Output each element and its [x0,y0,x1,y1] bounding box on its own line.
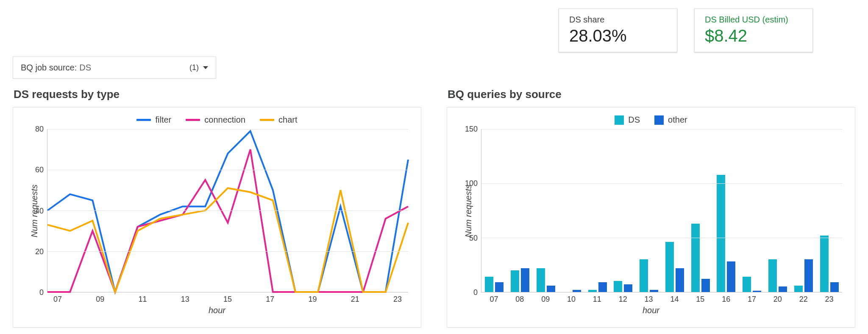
bar-other [521,268,529,292]
line-series-filter [47,131,408,292]
y-tick: 50 [469,233,478,242]
y-tick: 40 [35,206,44,215]
bar-other [650,290,658,292]
x-tick: 21 [345,295,366,304]
chart-legend: DS other [460,115,842,125]
y-tick: 60 [35,166,44,174]
x-axis-label: hour [460,306,842,315]
kpi-label: DS share [569,15,667,25]
x-tick: 07 [47,295,68,304]
x-tick: 11 [584,295,610,304]
x-tick [153,295,175,304]
x-tick [111,295,132,304]
chart-legend: filter connection chart [26,115,408,125]
legend-swatch [654,115,664,125]
legend-item-chart[interactable]: chart [260,115,297,125]
x-tick [366,295,387,304]
filter-value: DS [79,63,91,73]
y-tick: 80 [35,125,44,134]
x-tick: 17 [739,295,765,304]
chart-title: BQ queries by source [448,88,855,101]
bar-group [481,129,507,292]
x-tick: 13 [636,295,662,304]
bar-other [701,279,710,292]
bar-group [713,129,739,292]
chart-title: DS requests by type [14,88,421,101]
x-tick [196,295,217,304]
y-tick: 0 [473,288,478,297]
bar-DS [485,277,493,292]
bar-group [765,129,791,292]
filter-bq-job-source[interactable]: BQ job source: DS (1) [13,56,216,79]
x-tick: 11 [132,295,153,304]
bar-other [779,286,787,292]
x-axis: 070911131517192123 [47,295,408,304]
bar-other [598,282,607,292]
x-tick: 09 [89,295,111,304]
x-tick: 08 [507,295,533,304]
bar-other [804,259,813,292]
kpi-card-ds-share: DS share 28.03% [559,8,677,52]
bar-DS [537,268,545,292]
bar-DS [768,259,777,292]
chart-ds-requests-by-type: DS requests by type filter connection ch… [13,88,421,328]
x-tick: 19 [302,295,323,304]
legend-swatch [615,115,624,125]
kpi-value: $8.42 [705,26,802,45]
x-tick: 13 [175,295,196,304]
kpi-value: 28.03% [569,26,667,45]
bar-DS [640,259,648,292]
bar-other [624,284,632,292]
kpi-label: DS Billed USD (estim) [705,15,802,25]
bar-DS [743,277,751,292]
x-axis: 0708091011121314151617202223 [481,295,842,304]
legend-label: chart [278,115,297,125]
legend-label: other [668,115,687,125]
legend-label: DS [628,115,640,125]
plot-grid [481,129,842,292]
bar-DS [717,175,725,292]
filter-label: BQ job source: [21,63,77,73]
legend-item-filter[interactable]: filter [136,115,171,125]
x-tick [281,295,302,304]
bar-group [816,129,842,292]
bar-group [790,129,816,292]
filter-count: (1) [189,63,199,72]
x-tick: 09 [533,295,559,304]
bar-group [610,129,636,292]
bar-group [636,129,662,292]
legend-swatch [260,119,274,121]
bar-DS [588,290,597,292]
legend-item-ds[interactable]: DS [615,115,640,125]
chart-frame: DS other Num requests 050100150 [447,107,855,328]
x-tick: 16 [713,295,739,304]
legend-item-other[interactable]: other [654,115,687,125]
bar-group [739,129,765,292]
y-axis: 050100150 [460,129,481,292]
x-tick [323,295,345,304]
y-tick: 100 [465,179,478,188]
y-tick: 0 [39,288,44,297]
bar-group [559,129,584,292]
x-tick: 07 [481,295,507,304]
legend-item-connection[interactable]: connection [186,115,245,125]
bar-group [584,129,610,292]
bar-group [507,129,533,292]
y-tick: 150 [465,125,478,134]
x-tick: 23 [387,295,408,304]
x-tick: 15 [687,295,713,304]
chart-bq-queries-by-source: BQ queries by source DS other Num reques… [447,88,855,328]
kpi-card-ds-billed: DS Billed USD (estim) $8.42 [694,8,813,52]
legend-swatch [136,119,151,121]
bar-other [727,261,735,292]
bar-DS [665,242,674,292]
bar-other [753,291,761,292]
bar-other [830,282,839,292]
bar-DS [820,236,829,292]
plot-grid [47,129,408,292]
line-series-connection [47,149,408,292]
legend-swatch [186,119,200,121]
x-tick: 15 [217,295,238,304]
x-tick: 22 [790,295,816,304]
bar-DS [794,286,803,292]
